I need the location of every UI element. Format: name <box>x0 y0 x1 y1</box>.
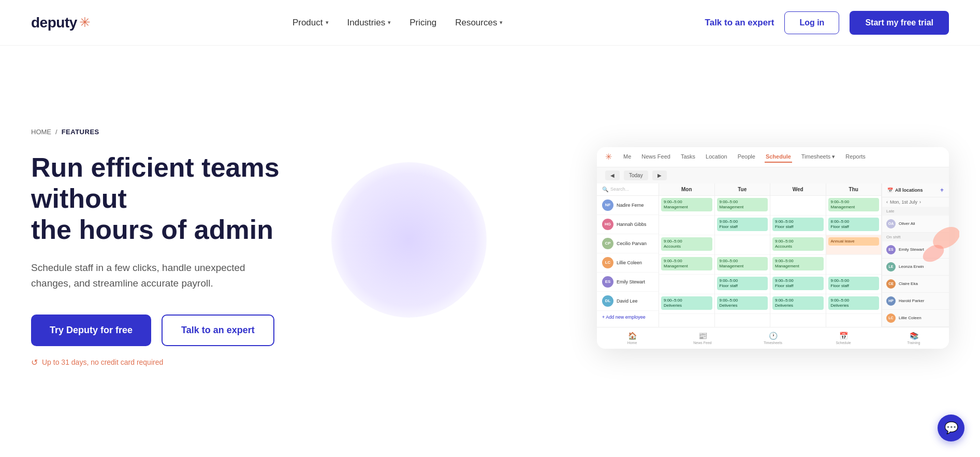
chat-bubble-button[interactable]: 💬 <box>938 415 964 439</box>
table-row: 9:00–5:00Accounts <box>659 235 714 255</box>
table-row: 9:00–5:00Accounts <box>770 235 826 255</box>
shift-block[interactable]: 9:00–5:00Deliveries <box>717 296 768 310</box>
staff-name: Emily Stewart <box>617 279 645 284</box>
date-display: Mon, 1st July <box>890 199 917 205</box>
tab-newsfeed[interactable]: News Feed <box>640 151 671 163</box>
navbar: deputy ✳ Product ▾ Industries ▾ Pricing … <box>0 0 980 46</box>
day-header-mon: Mon <box>659 183 714 196</box>
avatar: ES <box>602 276 613 288</box>
breadcrumb-home[interactable]: HOME <box>31 128 51 136</box>
table-row: 9:00–5:00Floor staff <box>715 216 770 235</box>
app-bottom-nav: 🏠 Home 📰 News Feed 🕐 Timesheets 📅 Schedu… <box>597 327 949 349</box>
shift-block[interactable]: 9:00–5:00Floor staff <box>717 218 768 232</box>
shift-block[interactable]: 9:00–5:00Floor staff <box>828 277 880 291</box>
shift-block[interactable]: 9:00–5:00Accounts <box>661 237 712 251</box>
shift-block[interactable]: 9:00–5:00Management <box>661 198 712 212</box>
bottom-nav-newsfeed[interactable]: 📰 News Feed <box>667 331 738 346</box>
breadcrumb: HOME / FEATURES <box>31 128 300 136</box>
list-item: HG Hannah Gibbs <box>597 215 659 234</box>
chevron-right-icon[interactable]: › <box>919 199 921 205</box>
logo[interactable]: deputy ✳ <box>31 15 91 31</box>
shift-block[interactable]: 9:00–5:00Management <box>828 198 880 212</box>
shift-block[interactable]: 9:00–5:00Floor staff <box>772 218 824 232</box>
staff-name: Claire Eka <box>899 281 918 286</box>
background-blob <box>331 162 487 318</box>
shift-block[interactable]: 9:00–5:00Management <box>717 257 768 271</box>
table-row: 9:00–5:00Deliveries <box>826 294 882 314</box>
tab-reports[interactable]: Reports <box>844 151 867 163</box>
table-row: 9:00–5:00Management <box>715 255 770 275</box>
list-item: LC Lillie Coleen <box>597 253 659 273</box>
shift-block[interactable]: 8:00–5:00Floor staff <box>828 218 880 232</box>
try-deputy-free-button[interactable]: Try Deputy for free <box>31 315 151 346</box>
tab-schedule[interactable]: Schedule <box>765 151 792 163</box>
right-panel-header: 📅 All locations + <box>882 183 949 197</box>
day-header-tue: Tue <box>715 183 770 196</box>
app-topbar: ✳ Me News Feed Tasks Location People Sch… <box>597 147 949 167</box>
day-header-thu: Thu <box>826 183 882 196</box>
staff-name: David Lee <box>617 298 638 304</box>
avatar: LE <box>886 262 896 272</box>
staff-name: Harold Parker <box>899 298 924 303</box>
app-nav-tabs: Me News Feed Tasks Location People Sched… <box>622 151 867 163</box>
app-screenshot: ✳ Me News Feed Tasks Location People Sch… <box>597 147 949 349</box>
shift-block[interactable]: 9:00–5:00Floor staff <box>717 277 768 291</box>
bottom-nav-timesheets[interactable]: 🕐 Timesheets <box>738 331 808 346</box>
shift-block[interactable]: 9:00–5:00Accounts <box>772 237 824 251</box>
toolbar-btn-3[interactable]: ▶ <box>652 170 667 180</box>
table-row: 9:00–5:00Management <box>770 255 826 275</box>
start-free-trial-button[interactable]: Start my free trial <box>850 11 949 35</box>
calendar-icon: 📅 <box>887 188 893 193</box>
day-col-thu: Thu 9:00–5:00Management 8:00–5:00Floor s… <box>826 183 882 327</box>
list-item: ES Emily Stewart <box>597 273 659 292</box>
bottom-nav-training[interactable]: 📚 Training <box>879 331 949 346</box>
talk-to-expert-button[interactable]: Talk to an expert <box>162 315 274 346</box>
day-col-wed: Wed 9:00–5:00Floor staff 9:00–5:00Accoun… <box>770 183 826 327</box>
avatar: CP <box>602 238 613 249</box>
late-label: Late <box>882 207 949 216</box>
bottom-nav-home[interactable]: 🏠 Home <box>597 331 667 346</box>
avatar: LC <box>886 313 896 323</box>
list-item: LC Lillie Coleen <box>882 310 949 327</box>
table-row: 9:00–5:00Floor staff <box>770 216 826 235</box>
login-button[interactable]: Log in <box>784 11 839 34</box>
shift-block[interactable]: 9:00–5:00Deliveries <box>772 296 824 310</box>
shift-block[interactable]: 9:00–5:00Management <box>661 257 712 271</box>
shift-block[interactable]: 9:00–5:00Floor staff <box>772 277 824 291</box>
tab-timesheets[interactable]: Timesheets ▾ <box>800 151 837 163</box>
staff-search: 🔍 Search... <box>597 183 659 196</box>
tab-people[interactable]: People <box>737 151 756 163</box>
avatar: ES <box>886 245 896 254</box>
tab-tasks[interactable]: Tasks <box>680 151 696 163</box>
add-employee-button[interactable]: + Add new employee <box>597 311 659 323</box>
shift-block[interactable]: 9:00–5:00Management <box>717 198 768 212</box>
staff-name: Nadire Ferne <box>617 203 644 208</box>
toolbar-btn-1[interactable]: ◀ <box>605 170 620 180</box>
nav-resources[interactable]: Resources ▾ <box>455 18 503 28</box>
nav-pricing[interactable]: Pricing <box>409 18 436 28</box>
chevron-left-icon[interactable]: ‹ <box>886 199 888 205</box>
shift-block[interactable]: 9:00–5:00Management <box>772 257 824 271</box>
toolbar-btn-2[interactable]: Today <box>624 170 648 180</box>
table-row: 9:00–5:00Floor staff <box>826 275 882 294</box>
avatar: HP <box>886 296 896 306</box>
chevron-down-icon: ▾ <box>326 19 329 26</box>
table-row: 9:00–5:00Deliveries <box>715 294 770 314</box>
hero-left: HOME / FEATURES Run efficient teams with… <box>31 128 300 367</box>
breadcrumb-separator: / <box>55 128 57 136</box>
list-item: CE Claire Eka <box>882 276 949 293</box>
shift-block[interactable]: 9:00–5:00Deliveries <box>828 296 880 310</box>
nav-product[interactable]: Product ▾ <box>292 18 329 28</box>
add-location-icon[interactable]: + <box>940 187 944 194</box>
bottom-nav-schedule[interactable]: 📅 Schedule <box>808 331 879 346</box>
tab-location[interactable]: Location <box>705 151 728 163</box>
tab-me[interactable]: Me <box>622 151 632 163</box>
nav-industries[interactable]: Industries ▾ <box>347 18 391 28</box>
hero-subtext: Schedule staff in a few clicks, handle u… <box>31 260 269 292</box>
nav-talk-to-expert-link[interactable]: Talk to an expert <box>705 18 774 28</box>
annual-leave-block[interactable]: Annual leave <box>828 237 880 246</box>
staff-name: Oliver Ali <box>899 221 915 226</box>
avatar: HG <box>602 219 613 230</box>
staff-list: 🔍 Search... NF Nadire Ferne HG Hannah Gi… <box>597 183 659 327</box>
shift-block[interactable]: 9:00–5:00Deliveries <box>661 296 712 310</box>
